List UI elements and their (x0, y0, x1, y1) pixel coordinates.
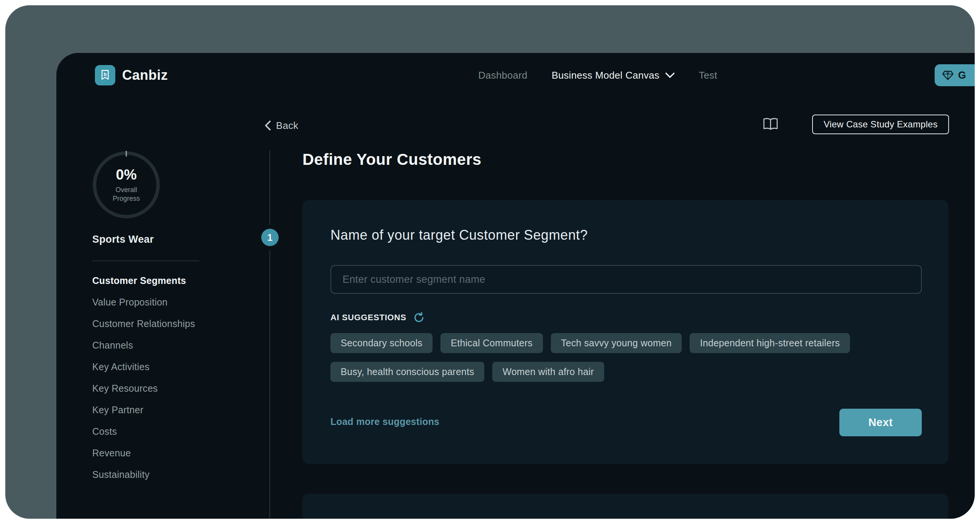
nav-item-test[interactable]: Test (699, 70, 717, 81)
sidebar-item-label: Revenue (92, 448, 131, 459)
sidebar-menu: Customer Segments Value Proposition Cust… (92, 270, 195, 486)
nav-item-dashboard[interactable]: Dashboard (478, 70, 527, 81)
brand[interactable]: b Canbiz (95, 65, 168, 86)
sidebar-item-label: Key Resources (92, 383, 158, 394)
sidebar-item-label: Costs (92, 426, 117, 437)
question-text: Name of your target Customer Segment? (331, 227, 588, 243)
suggestion-chip[interactable]: Independent high-street retailers (690, 333, 850, 353)
segment-name-input[interactable] (331, 265, 922, 294)
sidebar-item-label: Channels (92, 340, 133, 351)
view-case-study-button[interactable]: View Case Study Examples (812, 115, 949, 134)
sidebar-item[interactable]: Key Activities (92, 356, 195, 378)
brand-logo-icon: b (95, 65, 115, 86)
sidebar-item[interactable]: Value Proposition (92, 291, 195, 313)
app-window: b Canbiz Dashboard Business Model Canvas… (56, 53, 975, 519)
sidebar-item-label: Customer Segments (92, 275, 186, 286)
sidebar-item-label: Customer Relationships (92, 319, 195, 329)
suggestion-chip[interactable]: Tech savvy young women (551, 333, 682, 353)
customer-segment-card: Name of your target Customer Segment? AI… (302, 200, 948, 464)
nav-item-business-model-canvas[interactable]: Business Model Canvas (552, 70, 675, 81)
refresh-icon (413, 312, 425, 323)
ai-suggestion-chips: Secondary schools Ethical Commuters Tech… (331, 333, 928, 382)
sidebar-item[interactable]: Revenue (92, 442, 195, 464)
step-1-badge: 1 (261, 229, 278, 246)
overall-progress-ring: 0% Overall Progress (92, 150, 161, 219)
sidebar-item[interactable]: Sustainability (92, 464, 195, 486)
back-label: Back (276, 120, 298, 132)
svg-text:b: b (103, 72, 107, 77)
ai-suggestions-label: AI SUGGESTIONS (331, 313, 406, 322)
sidebar-item[interactable]: Customer Segments (92, 270, 195, 291)
suggestion-chip[interactable]: Secondary schools (331, 333, 433, 353)
gem-icon (942, 70, 953, 81)
sidebar-item-label: Sustainability (92, 469, 150, 480)
sidebar-item[interactable]: Costs (92, 421, 195, 442)
progress-caption: Overall Progress (113, 186, 140, 203)
chevron-down-icon (665, 73, 675, 78)
brand-name: Canbiz (122, 67, 168, 83)
project-name: Sports Wear (92, 234, 154, 245)
top-nav: Dashboard Business Model Canvas Test (478, 53, 717, 97)
sidebar-item[interactable]: Key Resources (92, 378, 195, 399)
sidebar-item[interactable]: Key Partner (92, 399, 195, 421)
suggestion-chip[interactable]: Busy, health conscious parents (331, 362, 484, 382)
page-frame: b Canbiz Dashboard Business Model Canvas… (5, 5, 975, 519)
guide-book-button[interactable] (763, 117, 778, 132)
sidebar-item-label: Key Activities (92, 362, 150, 373)
section-divider-line (269, 150, 270, 519)
load-more-suggestions-link[interactable]: Load more suggestions (331, 416, 439, 427)
pro-button[interactable]: G (935, 64, 975, 86)
next-section-card (302, 494, 948, 519)
back-button[interactable]: Back (265, 118, 298, 133)
pro-button-label: G (958, 70, 966, 81)
sidebar-divider (92, 261, 199, 261)
back-chevron-icon (265, 121, 271, 131)
sidebar-item-label: Value Proposition (92, 297, 167, 308)
progress-percent: 0% (116, 167, 137, 183)
sidebar-item-label: Key Partner (92, 405, 143, 416)
sidebar-item[interactable]: Customer Relationships (92, 313, 195, 334)
suggestion-chip[interactable]: Women with afro hair (492, 362, 604, 382)
open-book-icon (763, 117, 778, 131)
step-number: 1 (267, 232, 273, 243)
page-title: Define Your Customers (302, 150, 481, 169)
nav-item-label: Business Model Canvas (552, 70, 659, 81)
suggestion-chip[interactable]: Ethical Commuters (441, 333, 542, 353)
refresh-suggestions-button[interactable] (413, 312, 425, 323)
sidebar-item[interactable]: Channels (92, 334, 195, 356)
next-button[interactable]: Next (839, 409, 922, 436)
